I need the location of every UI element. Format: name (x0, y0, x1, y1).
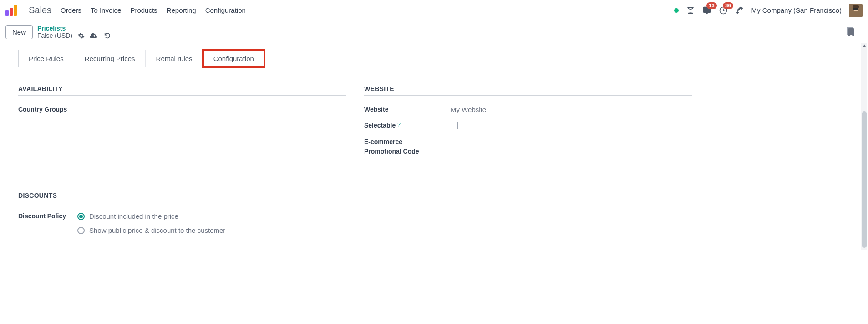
tab-recurring-prices[interactable]: Recurring Prices (74, 50, 146, 67)
breadcrumb: Pricelists False (USD) (37, 25, 111, 39)
top-nav-left: Sales Orders To Invoice Products Reporti… (5, 5, 246, 16)
nav-products[interactable]: Products (130, 6, 157, 14)
tabs: Price Rules Recurring Prices Rental rule… (18, 49, 850, 67)
scroll-up-icon[interactable]: ▲ (861, 43, 868, 49)
country-groups-label: Country Groups (18, 106, 105, 113)
app-title[interactable]: Sales (29, 5, 51, 15)
radio-discount-included-label: Discount included in the price (89, 212, 178, 220)
user-avatar[interactable] (849, 4, 863, 17)
radio-show-public-price-label: Show public price & discount to the cust… (89, 226, 225, 234)
promo-code-label: E-commerce Promotional Code (364, 137, 451, 156)
scrollbar-thumb[interactable] (862, 111, 867, 248)
discounts-section: DISCOUNTS Discount Policy Discount inclu… (5, 174, 350, 250)
content-scroll-area: ▲ Price Rules Recurring Prices Rental ru… (0, 43, 868, 250)
availability-title: AVAILABILITY (18, 85, 346, 96)
radio-discount-included[interactable] (77, 213, 85, 220)
selectable-label: Selectable? (364, 122, 451, 129)
undo-icon[interactable] (104, 32, 111, 39)
top-nav-right: 13 36 My Company (San Francisco) (674, 4, 863, 17)
new-button[interactable]: New (5, 25, 33, 39)
selectable-checkbox[interactable] (451, 122, 458, 129)
company-switcher[interactable]: My Company (San Francisco) (751, 6, 842, 14)
messages-badge: 13 (706, 2, 716, 9)
messages-icon[interactable]: 13 (702, 6, 711, 15)
website-title: WEBSITE (364, 85, 692, 96)
tab-configuration[interactable]: Configuration (203, 50, 264, 67)
action-bar: New Pricelists False (USD) (0, 21, 868, 43)
tab-price-rules[interactable]: Price Rules (18, 50, 74, 67)
discount-policy-options: Discount included in the price Show publ… (77, 212, 225, 241)
phone-icon[interactable] (686, 6, 695, 15)
website-label: Website (364, 106, 451, 113)
bookmark-icon[interactable] (846, 27, 863, 37)
breadcrumb-parent[interactable]: Pricelists (37, 25, 111, 32)
tools-icon[interactable] (735, 6, 744, 15)
scrollbar[interactable]: ▲ (861, 43, 867, 250)
app-logo-icon[interactable] (5, 5, 17, 16)
breadcrumb-current: False (USD) (37, 32, 72, 39)
gear-icon[interactable] (78, 32, 85, 39)
svg-rect-4 (853, 5, 859, 8)
website-value[interactable]: My Website (451, 106, 486, 113)
website-section: WEBSITE Website My Website Selectable? E… (364, 85, 692, 165)
cloud-upload-icon[interactable] (90, 32, 98, 39)
nav-reporting[interactable]: Reporting (167, 6, 196, 14)
tab-rental-rules[interactable]: Rental rules (146, 50, 203, 67)
form-area: AVAILABILITY Country Groups WEBSITE Webs… (5, 67, 863, 174)
activities-icon[interactable]: 36 (719, 6, 728, 15)
top-nav: Sales Orders To Invoice Products Reporti… (0, 0, 868, 21)
nav-to-invoice[interactable]: To Invoice (91, 6, 122, 14)
activities-badge: 36 (723, 2, 733, 9)
availability-section: AVAILABILITY Country Groups (18, 85, 346, 165)
radio-show-public-price[interactable] (77, 227, 85, 234)
nav-configuration[interactable]: Configuration (205, 6, 246, 14)
discounts-title: DISCOUNTS (18, 192, 337, 202)
discount-policy-label: Discount Policy (18, 212, 77, 220)
help-icon[interactable]: ? (397, 122, 401, 128)
nav-orders[interactable]: Orders (61, 6, 81, 14)
status-indicator-icon (674, 8, 679, 13)
tabs-container: Price Rules Recurring Prices Rental rule… (5, 43, 863, 67)
